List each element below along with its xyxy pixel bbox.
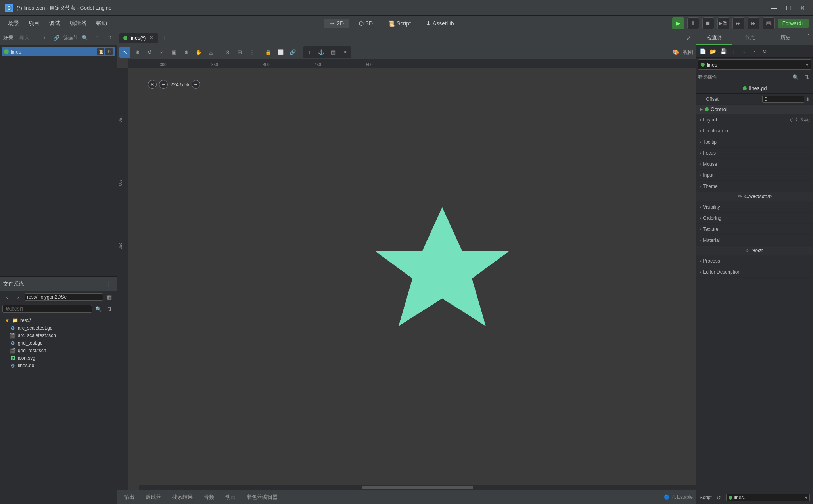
zoom-out-button[interactable]: − bbox=[159, 80, 168, 89]
prop-ordering[interactable]: › Ordering bbox=[696, 213, 813, 224]
mode-assetlib-button[interactable]: ⬇ AssetLib bbox=[420, 19, 460, 28]
prop-localization[interactable]: › Localization bbox=[696, 125, 813, 136]
minimize-button[interactable]: — bbox=[769, 3, 780, 13]
play-prev-button[interactable]: ⏮ bbox=[748, 17, 759, 29]
inspector-menu[interactable]: ⋮ bbox=[803, 31, 813, 40]
tool-snap-arrow[interactable]: ▾ bbox=[339, 47, 351, 58]
file-item-arc-gd[interactable]: ⚙ arc_scaletest.gd bbox=[2, 324, 115, 332]
maximize-button[interactable]: ☐ bbox=[783, 3, 794, 13]
path-back-button[interactable]: ‹ bbox=[2, 292, 12, 302]
zoom-in-button[interactable]: + bbox=[192, 80, 200, 89]
node-script-icon[interactable]: 📜 bbox=[97, 48, 104, 55]
inspector-reload[interactable]: ↺ bbox=[760, 47, 769, 56]
node-selector[interactable]: lines ▾ bbox=[698, 59, 811, 70]
tool-lock[interactable]: 🔒 bbox=[263, 47, 274, 58]
play-scene-button[interactable]: ▶🎬 bbox=[717, 17, 729, 29]
fullscreen-button[interactable]: ⤢ bbox=[684, 33, 694, 43]
tool-snap-anchor[interactable]: ⚓ bbox=[316, 47, 327, 58]
tool-anchor[interactable]: ⊕ bbox=[181, 47, 192, 58]
file-root[interactable]: ▼ 📁 res:// bbox=[2, 317, 115, 324]
prop-visibility[interactable]: › Visibility bbox=[696, 201, 813, 213]
tab-nodes[interactable]: 节点 bbox=[732, 31, 768, 45]
menu-item-editor[interactable]: 编辑器 bbox=[66, 18, 90, 29]
bottom-tab-search[interactable]: 搜索结果 bbox=[168, 493, 197, 502]
forward-plus-button[interactable]: Forward+ bbox=[778, 19, 809, 28]
file-item-grid-gd[interactable]: ⚙ grid_test.gd bbox=[2, 339, 115, 347]
horizontal-scrollbar[interactable] bbox=[139, 485, 696, 490]
tool-paint[interactable]: 🎨 bbox=[670, 47, 681, 58]
inspector-open[interactable]: 📂 bbox=[708, 47, 718, 56]
prop-offset-input[interactable] bbox=[762, 96, 804, 103]
inspector-history-back[interactable]: 📄 bbox=[698, 47, 708, 56]
tool-vertex[interactable]: ⊙ bbox=[222, 47, 233, 58]
tab-add-button[interactable]: + bbox=[160, 33, 169, 43]
menu-item-debug[interactable]: 调试 bbox=[45, 18, 64, 29]
filter-input[interactable] bbox=[2, 305, 92, 313]
search-scene-button[interactable]: 🔍 bbox=[80, 33, 90, 43]
prop-offset-stepper[interactable]: ⬆ bbox=[806, 96, 810, 102]
remote-button[interactable]: 🎮 bbox=[763, 17, 775, 29]
inspector-extra[interactable]: ⋮ bbox=[729, 47, 738, 56]
bottom-tab-audio[interactable]: 音频 bbox=[200, 493, 218, 502]
prop-layout[interactable]: › Layout (1 处改动) bbox=[696, 114, 813, 125]
script-reload-btn[interactable]: ↺ bbox=[714, 493, 724, 502]
play-button[interactable]: ▶ bbox=[672, 17, 684, 29]
close-button[interactable]: ✕ bbox=[797, 3, 808, 13]
tab-close-button[interactable]: ✕ bbox=[148, 35, 154, 41]
tool-select[interactable]: ↖ bbox=[119, 47, 130, 58]
scene-extra-button[interactable]: ⬚ bbox=[104, 33, 113, 43]
tool-snap-grid[interactable]: ▦ bbox=[328, 47, 339, 58]
menu-item-help[interactable]: 帮助 bbox=[92, 18, 111, 29]
current-path[interactable]: res://Polygon2DSe bbox=[25, 293, 103, 301]
inspector-prev[interactable]: ‹ bbox=[739, 47, 749, 56]
section-control[interactable]: ▶ Control bbox=[696, 105, 813, 114]
file-item-arc-tscn[interactable]: 🎬 arc_scaletest.tscn bbox=[2, 332, 115, 339]
bottom-tab-output[interactable]: 输出 bbox=[120, 493, 138, 502]
mode-3d-button[interactable]: ⬡ 3D bbox=[353, 19, 378, 28]
scene-options-button[interactable]: ⋮ bbox=[92, 33, 102, 43]
tab-inspector[interactable]: 检查器 bbox=[696, 31, 732, 45]
file-system-options[interactable]: ⋮ bbox=[104, 279, 113, 289]
tool-scale[interactable]: ⤢ bbox=[156, 47, 167, 58]
zoom-fit-button[interactable]: ✕ bbox=[148, 80, 157, 89]
bottom-tab-animation[interactable]: 动画 bbox=[221, 493, 240, 502]
filter-props-sort[interactable]: ⇅ bbox=[802, 72, 811, 82]
prop-process[interactable]: › Process bbox=[696, 255, 813, 266]
filter-search-button[interactable]: 🔍 bbox=[94, 304, 103, 314]
inspector-save[interactable]: 💾 bbox=[719, 47, 728, 56]
tool-move[interactable]: ⊕ bbox=[132, 47, 143, 58]
scene-node-lines[interactable]: lines 📜 👁 bbox=[2, 47, 115, 56]
tab-history[interactable]: 历史 bbox=[768, 31, 803, 45]
prop-editor-description[interactable]: › Editor Description bbox=[696, 266, 813, 278]
prop-tooltip[interactable]: › Tooltip bbox=[696, 136, 813, 148]
file-item-lines-gd[interactable]: ⚙ lines.gd bbox=[2, 362, 115, 370]
prop-texture[interactable]: › Texture bbox=[696, 224, 813, 235]
editor-tab-lines[interactable]: lines(*) ✕ bbox=[119, 33, 158, 43]
bottom-tab-shader[interactable]: 着色器编辑器 bbox=[243, 493, 282, 502]
tool-snap[interactable]: + bbox=[304, 47, 315, 58]
script-footer-value[interactable]: lines. ▾ bbox=[726, 494, 810, 501]
prop-focus[interactable]: › Focus bbox=[696, 148, 813, 159]
pause-button[interactable]: ⏸ bbox=[687, 17, 699, 29]
path-forward-button[interactable]: › bbox=[13, 292, 23, 302]
stop-button[interactable]: ⏹ bbox=[702, 17, 714, 29]
tool-rotate[interactable]: ↺ bbox=[144, 47, 155, 58]
prop-theme[interactable]: › Theme bbox=[696, 181, 813, 192]
link-node-button[interactable]: 🔗 bbox=[52, 33, 61, 43]
prop-material[interactable]: › Material bbox=[696, 235, 813, 246]
view-menu[interactable]: 视图 bbox=[683, 47, 694, 58]
bottom-tab-debug[interactable]: 调试器 bbox=[142, 493, 165, 502]
mode-script-button[interactable]: 📜 Script bbox=[382, 19, 416, 28]
tool-grid[interactable]: ⊞ bbox=[234, 47, 245, 58]
mode-2d-button[interactable]: ↔ 2D bbox=[324, 19, 349, 28]
filter-props-search[interactable]: 🔍 bbox=[791, 72, 800, 82]
file-item-grid-tscn[interactable]: 🎬 grid_test.tscn bbox=[2, 347, 115, 355]
tool-pan[interactable]: ✋ bbox=[193, 47, 204, 58]
file-item-icon-svg[interactable]: 🖼 icon.svg bbox=[2, 355, 115, 362]
menu-item-scene[interactable]: 场景 bbox=[4, 18, 23, 29]
canvas-area[interactable]: 300 350 400 450 500 150 200 250 ✕ − 224.… bbox=[117, 59, 696, 490]
tool-rect[interactable]: ▣ bbox=[169, 47, 180, 58]
filter-sort-button[interactable]: ⇅ bbox=[105, 304, 114, 314]
tool-rect2[interactable]: ⬜ bbox=[275, 47, 286, 58]
prop-mouse[interactable]: › Mouse bbox=[696, 159, 813, 170]
